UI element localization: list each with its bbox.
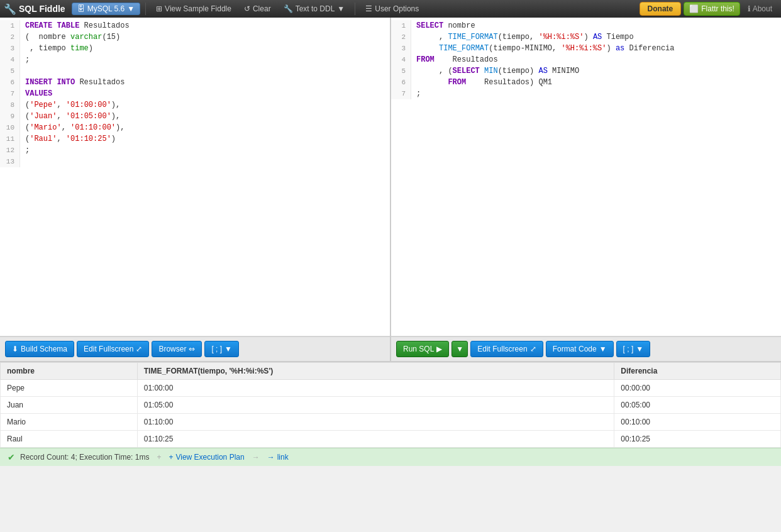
status-separator: +: [157, 453, 161, 462]
column-header: TIME_FORMAT(tiempo, '%H:%i:%S'): [137, 363, 614, 380]
left-brackets-button[interactable]: [ ; ] ▼: [204, 341, 239, 357]
line-number: 12: [0, 145, 20, 156]
line-code: , (SELECT MIN(tiempo) AS MINIMO: [411, 65, 579, 77]
line-code: SELECT nombre: [411, 20, 475, 31]
table-row: 8('Pepe', '01:00:00'),: [0, 99, 390, 111]
filter-icon: ▼: [599, 345, 607, 353]
line-number: 13: [0, 156, 20, 167]
line-code: [20, 156, 25, 167]
table-cell: 01:10:00: [137, 414, 614, 431]
flattr-button[interactable]: ⬜ Flattr this!: [684, 2, 740, 16]
refresh-icon: ↺: [244, 4, 250, 13]
chevron-down-icon: ▼: [127, 4, 135, 13]
text-to-ddl-button[interactable]: 🔧 Text to DDL ▼: [279, 3, 350, 14]
table-row: 2( nombre varchar(15): [0, 31, 390, 43]
db-icon: 🗄: [77, 4, 85, 13]
db-selector[interactable]: 🗄 MySQL 5.6 ▼: [72, 3, 140, 15]
arrow-icon: →: [267, 453, 275, 462]
left-panel: 1CREATE TABLE Resultados2( nombre varcha…: [0, 18, 391, 361]
line-code: ;: [411, 88, 421, 99]
table-row: 1SELECT nombre: [391, 20, 781, 31]
table-cell: 00:10:25: [614, 431, 781, 448]
right-toolbar: Run SQL ▶ ▼ Edit Fullscreen ⤢ Format Cod…: [391, 336, 781, 361]
table-row: 11('Raul', '01:10:25'): [0, 133, 390, 145]
left-toolbar: ⬇ Build Schema Edit Fullscreen ⤢ Browser…: [0, 336, 390, 361]
run-sql-dropdown[interactable]: ▼: [451, 341, 468, 357]
table-row: 7;: [391, 88, 781, 99]
left-edit-fullscreen-button[interactable]: Edit Fullscreen ⤢: [77, 341, 149, 357]
line-number: 6: [391, 77, 411, 88]
table-row: 7VALUES: [0, 88, 390, 99]
run-sql-button[interactable]: Run SQL ▶: [396, 341, 449, 357]
clear-button[interactable]: ↺ Clear: [239, 3, 276, 14]
line-number: 2: [391, 31, 411, 43]
donate-button[interactable]: Donate: [640, 2, 682, 16]
table-cell: 00:00:00: [614, 380, 781, 397]
line-code: , tiempo time): [20, 43, 93, 54]
logo: 🔧 SQL Fiddle: [4, 3, 65, 15]
format-code-button[interactable]: Format Code ▼: [546, 341, 614, 357]
table-cell: Juan: [1, 397, 138, 414]
line-number: 1: [391, 20, 411, 31]
line-code: ('Raul', '01:10:25'): [20, 133, 116, 145]
table-cell: 00:10:00: [614, 414, 781, 431]
table-row: Raul01:10:2500:10:25: [1, 431, 781, 448]
info-icon: ℹ: [748, 4, 751, 13]
nav-separator: [145, 3, 146, 15]
table-cell: 01:00:00: [137, 380, 614, 397]
line-code: FROM Resultados: [411, 54, 498, 65]
table-cell: Pepe: [1, 380, 138, 397]
line-number: 8: [0, 99, 20, 111]
table-row: Mario01:10:0000:10:00: [1, 414, 781, 431]
right-edit-fullscreen-button[interactable]: Edit Fullscreen ⤢: [470, 341, 543, 357]
browser-button[interactable]: Browser ⇔: [152, 341, 202, 357]
line-code: TIME_FORMAT(tiempo-MINIMO, '%H:%i:%S') a…: [411, 43, 675, 54]
user-options-button[interactable]: ☰ User Options: [360, 3, 424, 14]
table-cell: 00:05:00: [614, 397, 781, 414]
table-row: 4FROM Resultados: [391, 54, 781, 65]
line-number: 5: [391, 65, 411, 77]
line-number: 10: [0, 122, 20, 133]
table-cell: Raul: [1, 431, 138, 448]
results-table: nombreTIME_FORMAT(tiempo, '%H:%i:%S')Dif…: [0, 362, 781, 448]
right-brackets-button[interactable]: [ ; ] ▼: [616, 341, 651, 357]
link-button[interactable]: → link: [267, 453, 289, 462]
download-icon: ⬇: [12, 345, 18, 353]
table-icon: ⊞: [156, 4, 162, 13]
build-schema-button[interactable]: ⬇ Build Schema: [5, 341, 74, 357]
chevron-down-icon: ▼: [337, 4, 345, 13]
plus-icon: +: [169, 453, 173, 462]
line-code: ('Juan', '01:05:00'),: [20, 111, 120, 122]
table-row: 6 FROM Resultados) QM1: [391, 77, 781, 88]
line-code: VALUES: [20, 88, 52, 99]
main-editor-area: 1CREATE TABLE Resultados2( nombre varcha…: [0, 18, 781, 362]
line-code: INSERT INTO Resultados: [20, 77, 125, 88]
table-row: 3 TIME_FORMAT(tiempo-MINIMO, '%H:%i:%S')…: [391, 43, 781, 54]
results-area: nombreTIME_FORMAT(tiempo, '%H:%i:%S')Dif…: [0, 362, 781, 448]
table-cell: Mario: [1, 414, 138, 431]
check-icon: ✔: [8, 452, 15, 462]
left-code-editor[interactable]: 1CREATE TABLE Resultados2( nombre varcha…: [0, 18, 390, 336]
table-row: 10('Mario', '01:10:00'),: [0, 122, 390, 133]
wrench-icon: 🔧: [284, 4, 293, 13]
logo-text: SQL Fiddle: [19, 4, 65, 14]
line-number: 1: [0, 20, 20, 31]
line-code: ('Pepe', '01:00:00'),: [20, 99, 120, 111]
table-row: 1CREATE TABLE Resultados: [0, 20, 390, 31]
line-code: , TIME_FORMAT(tiempo, '%H:%i:%S') AS Tie…: [411, 31, 634, 43]
view-execution-plan-link[interactable]: + View Execution Plan: [169, 453, 244, 462]
status-bar: ✔ Record Count: 4; Execution Time: 1ms +…: [0, 448, 781, 466]
view-sample-button[interactable]: ⊞ View Sample Fiddle: [151, 3, 236, 14]
right-code-editor[interactable]: 1SELECT nombre2 , TIME_FORMAT(tiempo, '%…: [391, 18, 781, 336]
line-code: CREATE TABLE Resultados: [20, 20, 130, 31]
line-number: 11: [0, 133, 20, 145]
table-row: 5 , (SELECT MIN(tiempo) AS MINIMO: [391, 65, 781, 77]
column-header: nombre: [1, 363, 138, 380]
table-row: 4;: [0, 54, 390, 65]
table-row: 6INSERT INTO Resultados: [0, 77, 390, 88]
table-cell: 01:05:00: [137, 397, 614, 414]
about-button[interactable]: ℹ About: [743, 3, 777, 14]
table-row: 3 , tiempo time): [0, 43, 390, 54]
line-code: [20, 65, 25, 77]
line-number: 9: [0, 111, 20, 122]
